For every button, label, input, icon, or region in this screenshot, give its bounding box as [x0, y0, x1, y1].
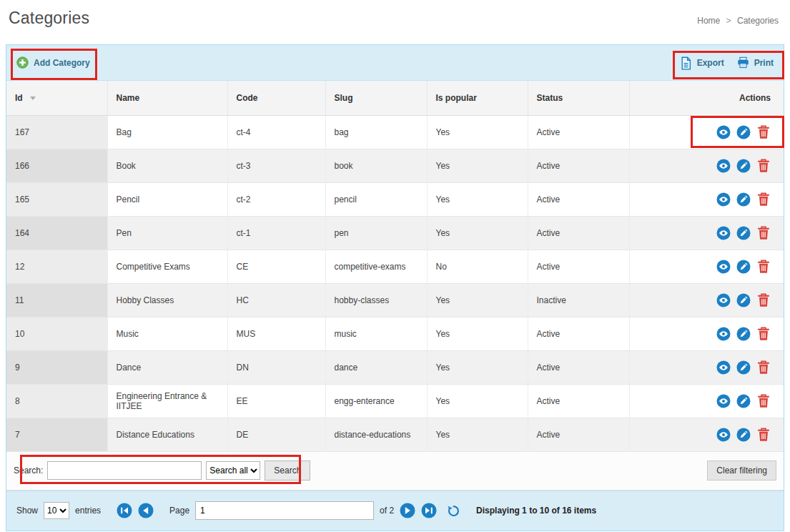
edit-button[interactable]: [736, 125, 751, 139]
export-label: Export: [697, 58, 724, 68]
last-page-button[interactable]: [421, 503, 437, 518]
delete-button[interactable]: [756, 394, 771, 408]
print-label: Print: [754, 58, 774, 68]
delete-button[interactable]: [756, 428, 771, 442]
plus-circle-icon: [16, 56, 29, 69]
cell-id: 9: [6, 350, 107, 384]
edit-button[interactable]: [736, 327, 751, 341]
view-button[interactable]: [716, 360, 731, 375]
edit-button[interactable]: [736, 394, 751, 408]
cell-actions: [629, 384, 784, 418]
trash-icon: [756, 394, 771, 408]
view-button[interactable]: [716, 226, 731, 240]
refresh-button[interactable]: [447, 504, 460, 518]
view-button[interactable]: [716, 159, 731, 173]
column-header-status[interactable]: Status: [528, 81, 629, 115]
eye-icon: [716, 293, 731, 307]
delete-button[interactable]: [756, 260, 771, 274]
edit-button[interactable]: [736, 192, 751, 207]
export-button[interactable]: Export: [680, 56, 724, 69]
view-button[interactable]: [716, 260, 731, 274]
page-size-select[interactable]: 10: [44, 502, 69, 519]
edit-button[interactable]: [736, 260, 751, 274]
pagination-bar: Show 10 entries Page of 2 Displaying 1 t…: [6, 491, 784, 531]
cell-name: Distance Educations: [107, 418, 227, 451]
edit-button[interactable]: [736, 226, 751, 240]
trash-icon: [756, 192, 771, 207]
search-input[interactable]: [47, 461, 202, 480]
cell-code: MUS: [227, 317, 325, 350]
eye-icon: [716, 125, 731, 139]
column-header-slug[interactable]: Slug: [325, 81, 427, 115]
cell-id: 166: [6, 149, 107, 182]
cell-id: 12: [6, 250, 107, 283]
edit-button[interactable]: [736, 360, 751, 375]
cell-is-popular: Yes: [427, 350, 528, 384]
cell-status: Inactive: [528, 283, 629, 317]
table-row: 8Engineering Entrance & IITJEEEEengg-ent…: [6, 384, 784, 418]
trash-icon: [756, 360, 771, 375]
column-header-code[interactable]: Code: [227, 81, 325, 115]
entries-label: entries: [75, 506, 101, 516]
add-category-button[interactable]: Add Category: [16, 56, 90, 69]
search-label: Search:: [14, 466, 43, 476]
cell-code: ct-3: [227, 149, 325, 182]
cell-slug: hobby-classes: [325, 283, 427, 317]
page-input[interactable]: [195, 501, 374, 520]
delete-button[interactable]: [756, 159, 771, 173]
view-button[interactable]: [716, 293, 731, 307]
edit-icon: [736, 293, 751, 307]
trash-icon: [756, 293, 771, 307]
cell-actions: [629, 317, 784, 350]
clear-filtering-button[interactable]: Clear filtering: [707, 460, 776, 481]
view-button[interactable]: [716, 327, 731, 341]
toolbar: Add Category Export Print: [6, 45, 784, 81]
cell-id: 11: [6, 283, 107, 317]
cell-id: 165: [6, 182, 107, 216]
first-page-button[interactable]: [117, 503, 132, 518]
print-icon: [737, 56, 749, 69]
cell-name: Music: [107, 317, 227, 350]
search-button[interactable]: Search: [265, 460, 310, 481]
column-header-is-popular[interactable]: Is popular: [427, 81, 528, 115]
cell-code: ct-4: [227, 115, 325, 149]
cell-slug: pen: [325, 216, 427, 250]
delete-button[interactable]: [756, 360, 771, 375]
print-button[interactable]: Print: [737, 56, 774, 69]
categories-table: Id Name Code Slug Is popular Status Acti…: [6, 81, 784, 452]
table-row: 166Bookct-3bookYesActive: [6, 149, 784, 182]
cell-code: DE: [227, 418, 325, 451]
view-button[interactable]: [716, 428, 731, 442]
edit-button[interactable]: [736, 428, 751, 442]
export-icon: [680, 56, 692, 69]
delete-button[interactable]: [756, 226, 771, 240]
next-page-button[interactable]: [400, 503, 415, 518]
view-button[interactable]: [716, 192, 731, 207]
delete-button[interactable]: [756, 125, 771, 139]
table-row: 164Penct-1penYesActive: [6, 216, 784, 250]
view-button[interactable]: [716, 394, 731, 408]
breadcrumb: Home > Categories: [697, 16, 779, 28]
column-header-id[interactable]: Id: [6, 81, 107, 115]
breadcrumb-current: Categories: [737, 16, 779, 26]
cell-code: DN: [227, 350, 325, 384]
view-button[interactable]: [716, 125, 731, 139]
edit-button[interactable]: [736, 159, 751, 173]
cell-name: Bag: [107, 115, 227, 149]
search-scope-select[interactable]: Search all: [206, 461, 260, 480]
prev-page-button[interactable]: [138, 503, 154, 518]
breadcrumb-home[interactable]: Home: [697, 16, 720, 26]
cell-status: Active: [528, 149, 629, 182]
cell-name: Hobby Classes: [107, 283, 227, 317]
eye-icon: [716, 226, 731, 240]
table-row: 11Hobby ClassesHChobby-classesYesInactiv…: [6, 283, 784, 317]
column-header-name[interactable]: Name: [107, 81, 227, 115]
edit-icon: [736, 428, 751, 442]
table-header: Id Name Code Slug Is popular Status Acti…: [6, 81, 784, 115]
delete-button[interactable]: [756, 192, 771, 207]
delete-button[interactable]: [756, 293, 771, 307]
cell-is-popular: Yes: [427, 182, 528, 216]
cell-status: Active: [528, 216, 629, 250]
edit-button[interactable]: [736, 293, 751, 307]
delete-button[interactable]: [756, 327, 771, 341]
